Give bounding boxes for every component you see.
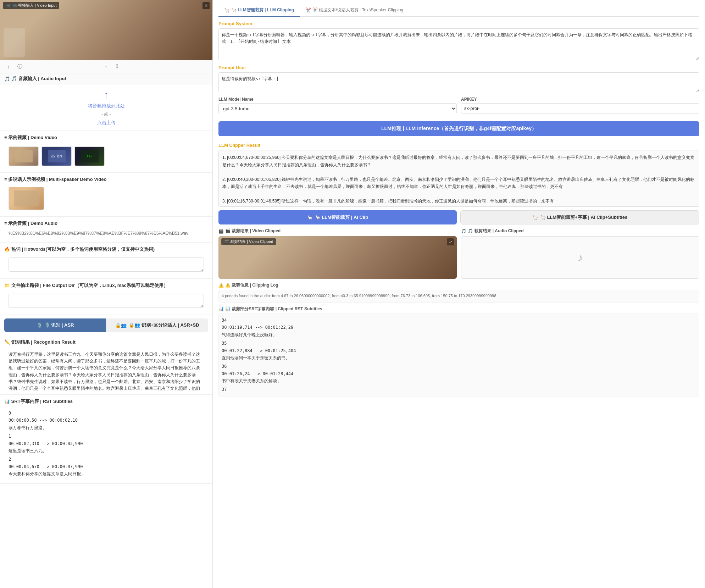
info-video-icon[interactable]: ⓘ (16, 62, 24, 71)
apikey-input[interactable] (461, 103, 699, 113)
demo-thumb-3[interactable]: Intro (74, 146, 105, 166)
demo-audio-filename: %E9%B2%81%E6%E8%82%83%E9%87%87%E8%AE%BF%… (4, 229, 208, 239)
upload-audio-inline-icon[interactable]: ↑ (102, 62, 110, 71)
clipped-video-col: 🎬 🎬 裁剪结果 | Video Clipped 🎬 裁剪结果 | Video … (218, 228, 457, 279)
llm-result-box: 1. [00:00:04,670-00:00:25,960] 今天要和你分享的这… (218, 150, 699, 207)
prompt-system-textarea[interactable]: 你是一个视频srt字幕分析剪辑器，输入视频的srt字幕，分析其中的精彩且尽可能连… (218, 28, 699, 60)
warning-icon: ⚠️ (218, 283, 224, 288)
clipped-video-status-badge: 🎬 裁剪结果 | Video Clipped (221, 238, 276, 245)
clipped-audio-col: 🎵 🎵 裁剪结果 | Audio Clipped ♪ (461, 228, 699, 279)
srt-content-text: 0 00:00:00,50 --> 00:00:02,10 读万卷书行万里路, … (4, 407, 208, 480)
video-toolbar: ↑ ⓘ ↑ 🎙 (0, 60, 212, 73)
audio-drop-area: 🎵 🎵 音频输入 | Audio Input ↑ 将音频拖放到此处 - 或 - … (0, 73, 212, 131)
model-select[interactable]: gpt-3.5-turbo (218, 103, 457, 114)
llama-clip-sub-icon: 🦙 (532, 215, 538, 220)
prompt-system-label: Prompt System (218, 21, 699, 26)
tabs-row: 🦙 🦙 LLM智能裁剪 | LLM Clipping ✂️ ✂️ 根据文本\说话… (218, 4, 699, 17)
music-icon: 🎵 (4, 76, 10, 82)
model-name-label: LLM Model Name (218, 97, 457, 102)
right-panel: 🦙 🦙 LLM智能裁剪 | LLM Clipping ✂️ ✂️ 根据文本\说话… (213, 0, 705, 588)
multi-speaker-thumbnails (4, 185, 208, 213)
clipped-subtitles-section: 📊 📊 裁剪部分SRT字幕内容 | Clipped RST Subtitles … (218, 306, 699, 396)
scissors-icon-tab2: ✂️ (305, 7, 311, 13)
audio-drop-zone[interactable]: ↑ 将音频拖放到此处 - 或 - 点击上传 (0, 84, 212, 131)
clipped-video-label: 🎬 🎬 裁剪结果 | Video Clipped (218, 228, 457, 234)
audio-toolbar-inline: ↑ 🎙 (102, 62, 208, 71)
video-camera-icon: 📹 (6, 3, 11, 8)
demo-video-section: ≡ 示例视频 | Demo Video 设计思维 Intro (0, 131, 212, 173)
ai-clip-subtitles-button[interactable]: 🦙 🦙 LLM智能裁剪+字幕 | AI Clip+Subtitles (460, 210, 699, 224)
audio-click-upload-link[interactable]: 点击上传 (97, 120, 116, 126)
prompt-user-textarea[interactable]: 这是待裁剪的视频srt字幕：| (218, 72, 699, 92)
mic-icon[interactable]: 🎙 (113, 62, 122, 71)
llm-result-label: LLM Clipper Result (218, 143, 699, 148)
video-display: 📹 📹 视频输入 | Video Input ✕ (0, 0, 212, 60)
clipping-log-label: ⚠️ ⚠️ 裁剪信息 | Clipping Log (218, 282, 699, 288)
llm-result-text: 1. [00:00:04,670-00:00:25,960] 今天要和你分享的这… (222, 154, 695, 205)
asr-sd-button[interactable]: 🔒👥 🔒👥 识别+区分说话人 | ASR+SD (106, 318, 208, 332)
clipped-subtitles-label: 📊 📊 裁剪部分SRT字幕内容 | Clipped RST Subtitles (218, 306, 699, 312)
audio-or-text: - 或 - (101, 111, 111, 117)
thumb-2-inner: 设计思维 (42, 147, 71, 166)
hotwords-input[interactable] (9, 257, 204, 272)
model-row: LLM Model Name gpt-3.5-turbo APIKEY (218, 97, 699, 114)
upload-arrow-icon: ↑ (104, 89, 109, 101)
demo-audio-header: ≡ 示例音频 | Demo Audio (4, 220, 208, 227)
srt-subtitles-header: 📊 SRT字幕内容 | RST Subtitles (4, 398, 208, 405)
srt-subtitles-section: 📊 SRT字幕内容 | RST Subtitles 0 00:00:00,50 … (0, 395, 212, 484)
asr-buttons-row: 🎙️ 🎙️ 识别 | ASR 🔒👥 🔒👥 识别+区分说话人 | ASR+SD (4, 318, 208, 332)
recognition-result-section: ✏️ 识别结果 | Recognition Result 读万卷书行万里路，这里… (0, 335, 212, 395)
demo-video-header: ≡ 示例视频 | Demo Video (4, 134, 208, 141)
prompt-user-label: Prompt User (218, 65, 699, 70)
demo-thumb-2[interactable]: 设计思维 (41, 146, 72, 166)
asr-mic-icon: 🎙️ (37, 323, 42, 328)
video-close-button[interactable]: ✕ (202, 2, 210, 9)
audio-drop-text: 将音频拖放到此处 (88, 103, 125, 109)
left-panel: 📹 📹 视频输入 | Video Input ✕ ↑ ⓘ ↑ 🎙 🎵 🎵 音频输… (0, 0, 213, 588)
clapper-icon: 🎬 (218, 229, 224, 234)
tab-llm-clipping[interactable]: 🦙 🦙 LLM智能裁剪 | LLM Clipping (218, 4, 300, 17)
clipped-video-thumbnail: 🎬 裁剪结果 | Video Clipped ⤢ (218, 236, 457, 279)
thumb-3-inner: Intro (75, 147, 104, 166)
clipping-log-section: ⚠️ ⚠️ 裁剪信息 | Clipping Log 4 periods foun… (218, 282, 699, 303)
demo-thumbnails: 设计思维 Intro (4, 144, 208, 169)
video-input-label: 📹 📹 视频输入 | Video Input (3, 2, 59, 9)
file-output-input[interactable] (9, 294, 204, 308)
asr-button[interactable]: 🎙️ 🎙️ 识别 | ASR (4, 318, 106, 332)
expand-video-icon[interactable]: ⤢ (447, 238, 454, 245)
multi-speaker-header: ≡ 多说话人示例视频 | Multi-speaker Demo Video (4, 176, 208, 183)
demo-thumb-1[interactable] (9, 146, 39, 166)
audio-input-header: 🎵 🎵 音频输入 | Audio Input (0, 73, 212, 84)
music-note-icon: 🎵 (461, 229, 466, 234)
clipping-log-text: 4 periods found in the audio: from 4.67 … (218, 290, 699, 303)
ai-clip-button[interactable]: 🦙 🦙 LLM智能裁剪 | AI Clip (218, 210, 457, 224)
demo-audio-section: ≡ 示例音频 | Demo Audio %E9%B2%81%E6%E8%82%8… (0, 217, 212, 243)
file-output-header: 📁 文件输出路径 | File Output Dir（可以为空，Linux, m… (4, 282, 208, 289)
file-output-section: 📁 文件输出路径 | File Output Dir（可以为空，Linux, m… (0, 279, 212, 315)
thumb-1-inner (9, 147, 38, 166)
multi-speaker-thumb[interactable] (9, 187, 44, 210)
hotwords-section: 🔥 热词 | Hotwords(可以为空，多个热词使用空格分隔，仅支持中文热词) (0, 243, 212, 279)
recognition-result-text: 读万卷书行万里路，这里是读书三六九，今天要和你分享的这篇文章是人民日报，为什么要… (4, 348, 208, 391)
llama-clip-icon: 🦙 (307, 215, 313, 220)
audio-input-section: 🎵 🎵 音频输入 | Audio Input ↑ 将音频拖放到此处 - 或 - … (0, 73, 212, 131)
recognition-result-header: ✏️ 识别结果 | Recognition Result (4, 339, 208, 345)
clipped-audio-placeholder: ♪ (461, 236, 699, 279)
multi-speaker-demo-section: ≡ 多说话人示例视频 | Multi-speaker Demo Video (0, 173, 212, 217)
video-art (0, 0, 212, 60)
video-toolbar-left: ↑ ⓘ (4, 62, 24, 71)
apikey-col: APIKEY (461, 97, 699, 114)
clipped-results-row: 🎬 🎬 裁剪结果 | Video Clipped 🎬 裁剪结果 | Video … (218, 228, 699, 279)
llm-infer-button[interactable]: LLM推理 | LLM Inference（首先进行识别，非g4f需配置对应ap… (218, 121, 699, 136)
apikey-label: APIKEY (461, 97, 699, 102)
chart-icon: 📊 (218, 306, 224, 311)
upload-video-icon[interactable]: ↑ (4, 62, 13, 71)
model-name-col: LLM Model Name gpt-3.5-turbo (218, 97, 457, 114)
audio-placeholder-icon: ♪ (577, 251, 583, 264)
video-input-section: 📹 📹 视频输入 | Video Input ✕ ↑ ⓘ ↑ 🎙 (0, 0, 212, 73)
tab-text-speaker-clipping[interactable]: ✂️ ✂️ 根据文本\说话人裁剪 | Text\Speaker Clipping (300, 4, 409, 17)
asr-sd-icon: 🔒👥 (115, 323, 127, 328)
clipped-audio-label: 🎵 🎵 裁剪结果 | Audio Clipped (461, 228, 699, 234)
hotwords-header: 🔥 热词 | Hotwords(可以为空，多个热词使用空格分隔，仅支持中文热词) (4, 246, 208, 253)
llama-icon-tab1: 🦙 (224, 7, 230, 13)
